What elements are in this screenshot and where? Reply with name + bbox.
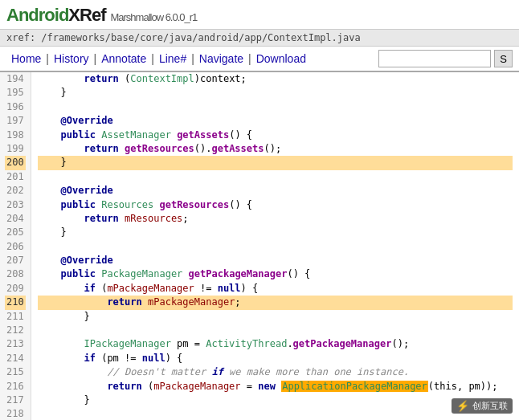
code-line-199: return getResources().getAssets(); [38,142,513,156]
line-num-205: 205 [5,226,26,239]
code-line-212 [38,324,513,337]
search-button[interactable]: S [494,50,513,67]
logo-android: Android [6,5,68,25]
code-line-218 [38,407,513,420]
code-line-195: } [38,86,513,100]
line-num-208: 208 [5,267,26,281]
code-line-213: IPackageManager pm = ActivityThread.getP… [38,337,513,351]
code-line-203: public Resources getResources() { [38,198,513,212]
code-line-202: @Override [38,184,513,198]
code-line-208: public PackageManager getPackageManager(… [38,267,513,281]
code-line-211: } [38,310,513,324]
code-line-197: @Override [38,114,513,128]
line-num-196: 196 [5,100,26,114]
code-container: 1941951961971981992002012022032042052062… [0,72,519,420]
code-line-215: // Doesn't matter if we make more than o… [38,365,513,379]
breadcrumb: xref: /frameworks/base/core/java/android… [0,30,519,47]
line-num-213: 213 [5,337,26,351]
line-num-207: 207 [5,254,26,267]
line-num-217: 217 [5,393,26,407]
code-line-209: if (mPackageManager != null) { [38,282,513,296]
line-num-198: 198 [5,128,26,142]
code-line-198: public AssetManager getAssets() { [38,128,513,142]
line-num-202: 202 [5,184,26,198]
watermark: ⚡ 创新互联 [452,398,513,414]
line-num-216: 216 [5,380,26,393]
line-num-200: 200 [5,156,26,169]
code-line-200: } [38,156,513,169]
line-num-204: 204 [5,212,26,226]
line-num-195: 195 [5,86,26,100]
logo-version: Marshmallow 6.0.0_r1 [110,11,197,23]
line-num-209: 209 [5,282,26,296]
search-area: S [378,50,513,67]
code-line-210: return mPackageManager; [38,296,513,309]
code-content: return (ContextImpl)context; } @Override… [31,72,519,420]
line-num-212: 212 [5,324,26,337]
line-num-194: 194 [5,72,26,86]
watermark-text: 创新互联 [472,400,508,412]
nav-download[interactable]: Download [251,51,311,67]
line-num-214: 214 [5,352,26,365]
line-num-203: 203 [5,198,26,212]
nav-history[interactable]: History [49,51,94,67]
line-num-206: 206 [5,240,26,254]
navbar: Home | History | Annotate | Line# | Navi… [0,47,519,72]
nav-home[interactable]: Home [6,51,46,67]
code-line-194: return (ContextImpl)context; [38,72,513,86]
search-input[interactable] [378,50,491,67]
line-num-197: 197 [5,114,26,128]
nav-lineno[interactable]: Line# [154,51,191,67]
code-line-214: if (pm != null) { [38,352,513,365]
code-line-196 [38,100,513,114]
line-num-210: 210 [5,296,26,309]
code-line-205: } [38,226,513,239]
code-line-201 [38,170,513,184]
line-num-199: 199 [5,142,26,156]
code-line-204: return mResources; [38,212,513,226]
nav-navigate[interactable]: Navigate [194,51,248,67]
line-numbers: 1941951961971981992002012022032042052062… [0,72,31,420]
logo-xref: XRef [68,5,105,25]
header: AndroidXRefMarshmallow 6.0.0_r1 [0,0,519,30]
line-num-211: 211 [5,310,26,324]
line-num-218: 218 [5,407,26,420]
code-line-217: } [38,393,513,407]
nav-annotate[interactable]: Annotate [96,51,151,67]
line-num-201: 201 [5,170,26,184]
code-line-206 [38,240,513,254]
code-line-216: return (mPackageManager = new Applicatio… [38,380,513,393]
logo: AndroidXRefMarshmallow 6.0.0_r1 [6,5,197,25]
code-line-207: @Override [38,254,513,267]
line-num-215: 215 [5,365,26,379]
watermark-icon: ⚡ [456,400,469,412]
